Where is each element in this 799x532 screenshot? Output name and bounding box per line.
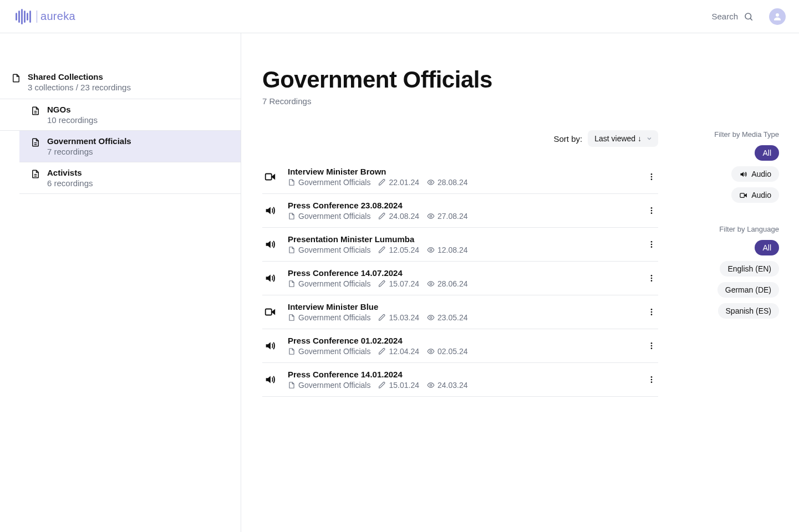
svg-point-13 — [651, 176, 653, 178]
svg-point-26 — [651, 280, 653, 282]
recording-list: Interview Minister BrownGovernment Offic… — [262, 160, 658, 397]
document-file-icon — [30, 137, 40, 147]
svg-marker-28 — [272, 310, 275, 314]
svg-point-24 — [651, 275, 653, 277]
sidebar-item-government-officials[interactable]: Government Officials7 recordings — [19, 131, 241, 162]
svg-marker-10 — [272, 175, 275, 178]
recording-item[interactable]: Press Conference 14.07.2024Government Of… — [262, 262, 658, 295]
recording-viewed: 02.05.24 — [427, 347, 468, 356]
recording-item[interactable]: Press Conference 14.01.2024Government Of… — [262, 363, 658, 397]
app-header: aureka Search — [0, 0, 799, 33]
sort-row: Sort by: Last viewed ↓ — [262, 130, 658, 147]
recording-title: Press Conference 01.02.2024 — [288, 336, 635, 345]
avatar-button[interactable] — [769, 8, 786, 25]
svg-point-14 — [651, 178, 653, 180]
chevron-down-icon — [646, 135, 653, 142]
svg-point-33 — [430, 350, 432, 352]
svg-point-34 — [651, 342, 653, 344]
recording-edited: 12.05.24 — [378, 245, 419, 254]
recording-title: Interview Minister Blue — [288, 302, 635, 311]
recording-collection: Government Officials — [288, 313, 370, 322]
svg-line-1 — [750, 18, 752, 21]
filter-language-chip-all[interactable]: All — [755, 240, 779, 255]
recording-item[interactable]: Interview Minister BlueGovernment Offici… — [262, 295, 658, 329]
sidebar-item-activists[interactable]: Activists6 recordings — [19, 162, 241, 194]
recording-title: Press Conference 23.08.2024 — [288, 201, 635, 210]
svg-point-31 — [651, 311, 653, 313]
filter-media-chip-audio[interactable]: Audio — [731, 166, 779, 182]
sidebar-item-title: Government Officials — [47, 136, 131, 146]
filter-language-chip-german-de-[interactable]: German (DE) — [717, 282, 779, 298]
more-menu-button[interactable] — [645, 238, 658, 251]
filter-media-chip-audio[interactable]: Audio — [731, 187, 779, 203]
chip-label: Audio — [751, 191, 771, 200]
chip-label: Audio — [751, 170, 771, 178]
recording-item[interactable]: Presentation Minister LumumbaGovernment … — [262, 228, 658, 262]
sidebar-item-subtitle: 6 recordings — [47, 178, 93, 188]
svg-point-30 — [651, 309, 653, 310]
recording-viewed: 27.08.24 — [427, 212, 468, 221]
sort-select[interactable]: Last viewed ↓ — [588, 130, 658, 147]
recording-item[interactable]: Press Conference 23.08.2024Government Of… — [262, 194, 658, 228]
filter-language-title: Filter by Language — [679, 225, 779, 233]
more-menu-button[interactable] — [645, 339, 658, 352]
recording-viewed: 23.05.24 — [427, 313, 468, 322]
recording-title: Presentation Minister Lumumba — [288, 234, 635, 244]
chip-label: Spanish (ES) — [726, 306, 771, 315]
document-file-icon — [30, 106, 40, 116]
filter-language-chip-spanish-es-[interactable]: Spanish (ES) — [718, 303, 779, 319]
recording-collection: Government Officials — [288, 347, 370, 356]
svg-point-32 — [651, 314, 653, 315]
sidebar-root-title: Shared Collections — [28, 72, 131, 81]
filter-media-title: Filter by Media Type — [679, 130, 779, 139]
audio-icon — [262, 272, 278, 284]
chip-label: German (DE) — [725, 285, 771, 294]
svg-point-19 — [430, 249, 432, 251]
more-menu-button[interactable] — [645, 170, 658, 183]
more-menu-button[interactable] — [645, 204, 658, 217]
filter-language-chips: AllEnglish (EN)German (DE)Spanish (ES) — [679, 240, 779, 319]
logo[interactable]: aureka — [16, 9, 75, 24]
sidebar-item-subtitle: 7 recordings — [47, 147, 131, 156]
svg-point-39 — [651, 379, 653, 381]
sidebar-item-subtitle: 10 recordings — [47, 115, 98, 125]
chip-label: English (EN) — [727, 264, 771, 273]
sidebar-root[interactable]: Shared Collections 3 collections / 23 re… — [0, 72, 241, 99]
svg-marker-42 — [745, 194, 746, 197]
more-menu-button[interactable] — [645, 305, 658, 319]
svg-rect-41 — [740, 193, 745, 197]
recording-viewed: 28.06.24 — [427, 279, 468, 288]
sort-value: Last viewed ↓ — [594, 134, 642, 143]
svg-point-17 — [651, 210, 653, 212]
main-content: Government Officials 7 Recordings Sort b… — [241, 33, 799, 532]
more-menu-button[interactable] — [645, 272, 658, 285]
audio-icon — [262, 204, 278, 217]
svg-rect-27 — [266, 309, 272, 315]
more-menu-button[interactable] — [645, 373, 658, 386]
svg-point-40 — [651, 381, 653, 383]
recording-item[interactable]: Press Conference 01.02.2024Government Of… — [262, 329, 658, 363]
recording-item[interactable]: Interview Minister BrownGovernment Offic… — [262, 160, 658, 194]
audio-icon — [262, 374, 278, 386]
sidebar-list: NGOs10 recordingsGovernment Officials7 r… — [19, 99, 241, 194]
search-button[interactable]: Search — [711, 12, 754, 22]
recording-collection: Government Officials — [288, 212, 370, 221]
recording-title: Press Conference 14.01.2024 — [288, 370, 635, 379]
chip-label: All — [762, 149, 771, 157]
svg-point-21 — [651, 244, 653, 245]
svg-point-23 — [430, 283, 432, 285]
sidebar-item-ngos[interactable]: NGOs10 recordings — [0, 99, 241, 131]
recording-title: Press Conference 14.07.2024 — [288, 268, 635, 278]
recording-viewed: 24.03.24 — [427, 381, 468, 390]
audio-icon — [262, 340, 278, 352]
page-subtitle: 7 Recordings — [262, 96, 779, 106]
filter-language-chip-english-en-[interactable]: English (EN) — [720, 261, 779, 277]
svg-point-37 — [430, 384, 432, 386]
filter-media-chip-all[interactable]: All — [755, 145, 779, 161]
video-icon — [262, 306, 278, 318]
recording-viewed: 12.08.24 — [427, 245, 468, 254]
user-icon — [772, 12, 782, 22]
logo-waveform-icon — [16, 9, 31, 24]
recording-collection: Government Officials — [288, 381, 370, 390]
svg-point-18 — [651, 212, 653, 214]
